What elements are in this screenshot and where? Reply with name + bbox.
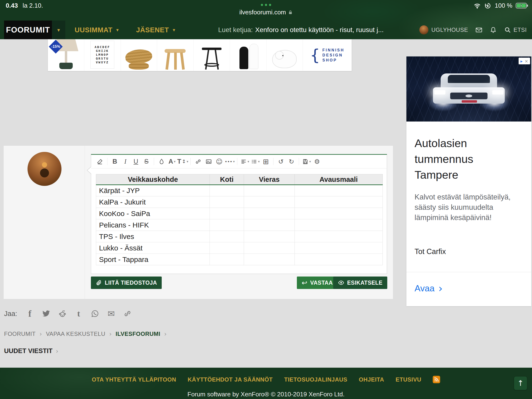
scroll-to-top-button[interactable]: ↑ (514, 377, 527, 390)
preview-button[interactable]: ESIKATSELE (333, 277, 387, 289)
header-right: UGLYHOUSE ETSI (419, 21, 527, 39)
footer-link-terms[interactable]: KÄYTTÖEHDOT JA SÄÄNNÖT (188, 376, 273, 383)
empty-cell[interactable] (244, 242, 295, 254)
alerts-bell-icon[interactable] (490, 26, 497, 33)
empty-cell[interactable] (295, 219, 383, 231)
footer-link-contact[interactable]: OTA YHTEYTTÄ YLLÄPITOON (92, 376, 176, 383)
match-cell[interactable]: Lukko - Ässät (96, 242, 210, 254)
username: UGLYHOUSE (431, 26, 468, 33)
insert-link-button[interactable] (193, 156, 203, 166)
editor-toolbar: B I U S A▾ T↕▾ ☺ •••▾ ▾ ▾ ⊞ ↺ ↻ (91, 155, 387, 168)
empty-cell[interactable] (210, 219, 244, 231)
empty-cell[interactable] (210, 231, 244, 242)
match-cell[interactable]: KooKoo - SaiPa (96, 208, 210, 219)
close-icon[interactable]: × (525, 59, 528, 64)
text-color-button[interactable] (156, 156, 167, 166)
match-cell[interactable]: TPS - Ilves (96, 231, 210, 242)
italic-button[interactable]: I (120, 156, 131, 166)
font-family-button[interactable]: A▾ (167, 156, 177, 166)
betting-table: Veikkauskohde Koti Vieras Avausmaali Kär… (96, 174, 383, 265)
footer-link-home[interactable]: ETUSIVU (396, 376, 421, 383)
share-tumblr-icon[interactable]: t (74, 309, 83, 318)
adchoices-button[interactable]: ▸ × (519, 58, 530, 64)
match-cell[interactable]: KalPa - Jukurit (96, 196, 210, 208)
nav-jasenet[interactable]: JÄSENET ▾ (136, 21, 175, 39)
rich-text-editor[interactable]: B I U S A▾ T↕▾ ☺ •••▾ ▾ ▾ ⊞ ↺ ↻ (91, 154, 387, 274)
empty-cell[interactable] (295, 196, 383, 208)
empty-cell[interactable] (244, 219, 295, 231)
ad-open-button[interactable]: Avaa › (415, 282, 443, 294)
table-row: Kärpät - JYP (96, 185, 383, 196)
match-cell[interactable]: Kärpät - JYP (96, 185, 210, 196)
messages-icon[interactable] (475, 26, 482, 33)
share-facebook-icon[interactable]: f (25, 309, 34, 318)
empty-cell[interactable] (295, 185, 383, 196)
empty-cell[interactable] (295, 242, 383, 254)
smiley-button[interactable]: ☺ (214, 156, 224, 166)
empty-cell[interactable] (210, 196, 244, 208)
logo-foorumit[interactable]: FOORUMIT (4, 21, 52, 39)
new-posts-link[interactable]: UUDET VIESTIT › (4, 347, 58, 355)
reply-button[interactable]: ↩ VASTAA (297, 277, 337, 289)
chevron-down-icon[interactable]: ▾ (116, 27, 119, 33)
alignment-button[interactable]: ▾ (240, 156, 250, 166)
col-veikkauskohde[interactable]: Veikkauskohde (96, 174, 210, 185)
breadcrumb-foorumit[interactable]: FOORUMIT (4, 331, 36, 337)
drafts-button[interactable]: ▾ (301, 156, 312, 166)
remove-format-button[interactable] (95, 156, 105, 166)
table-header-row: Veikkauskohde Koti Vieras Avausmaali (96, 174, 383, 185)
empty-cell[interactable] (210, 208, 244, 219)
redo-button[interactable]: ↻ (286, 156, 297, 166)
col-avausmaali[interactable]: Avausmaali (295, 174, 383, 185)
footer-link-privacy[interactable]: TIETOSUOJALINJAUS (284, 376, 347, 383)
chevron-down-icon[interactable]: ▾ (173, 27, 175, 33)
font-size-button[interactable]: T↕▾ (177, 156, 188, 166)
table-row: Sport - Tappara (96, 254, 383, 265)
empty-cell[interactable] (244, 254, 295, 265)
strikethrough-button[interactable]: S (141, 156, 152, 166)
empty-cell[interactable] (210, 242, 244, 254)
underline-button[interactable]: U (131, 156, 141, 166)
product-alphabet-poster: ABCDEF GHIJK LMNOP QRSTU VWXYZ (84, 39, 120, 71)
col-koti[interactable]: Koti (210, 174, 244, 185)
nav-uusimmat[interactable]: UUSIMMAT ▾ (75, 21, 119, 39)
share-link-icon[interactable] (123, 309, 132, 318)
search-button[interactable]: ETSI (504, 26, 527, 33)
empty-cell[interactable] (210, 185, 244, 196)
footer-link-help[interactable]: OHJEITA (359, 376, 384, 383)
attach-files-button[interactable]: LIITÄ TIEDOSTOJA (91, 277, 162, 289)
empty-cell[interactable] (244, 231, 295, 242)
insert-table-button[interactable]: ⊞ (260, 156, 271, 166)
share-email-icon[interactable]: ✉ (107, 309, 116, 318)
match-cell[interactable]: Sport - Tappara (96, 254, 210, 265)
account-menu[interactable]: UGLYHOUSE (419, 25, 468, 34)
logo-dropdown-button[interactable]: ▾ (52, 21, 65, 39)
insert-image-button[interactable] (203, 156, 214, 166)
avatar[interactable] (27, 152, 62, 186)
share-twitter-icon[interactable] (42, 309, 51, 318)
reading-thread-link[interactable]: Luet ketjua: Xenforo on otettu käyttöön … (218, 21, 384, 39)
list-button[interactable]: ▾ (250, 156, 260, 166)
empty-cell[interactable] (295, 231, 383, 242)
empty-cell[interactable] (244, 196, 295, 208)
col-vieras[interactable]: Vieras (244, 174, 295, 185)
undo-button[interactable]: ↺ (276, 156, 286, 166)
share-reddit-icon[interactable] (58, 309, 67, 318)
breadcrumb-vapaa-keskustelu[interactable]: VAPAA KESKUSTELU (46, 331, 106, 337)
bold-button[interactable]: B (110, 156, 120, 166)
breadcrumb-ilvesfoorumi[interactable]: ILVESFOORUMI (115, 331, 160, 337)
empty-cell[interactable] (210, 254, 244, 265)
empty-cell[interactable] (295, 208, 383, 219)
rss-icon[interactable] (433, 376, 440, 383)
empty-cell[interactable] (244, 185, 295, 196)
sidebar-ad[interactable]: ▸ × Autolasien tummennus Tampere Kalvot … (406, 57, 531, 306)
share-whatsapp-icon[interactable] (90, 309, 100, 318)
product-elephant-figurine (266, 39, 303, 71)
editor-settings-button[interactable]: ⚙ (312, 156, 322, 166)
empty-cell[interactable] (295, 254, 383, 265)
banner-ad[interactable]: -15% ABCDEF GHIJK LMNOP QRSTU VWXYZ { (48, 39, 352, 71)
more-options-button[interactable]: •••▾ (224, 156, 235, 166)
match-cell[interactable]: Pelicans - HIFK (96, 219, 210, 231)
address-bar[interactable]: ilvesfoorumi.com (0, 9, 532, 16)
empty-cell[interactable] (244, 208, 295, 219)
